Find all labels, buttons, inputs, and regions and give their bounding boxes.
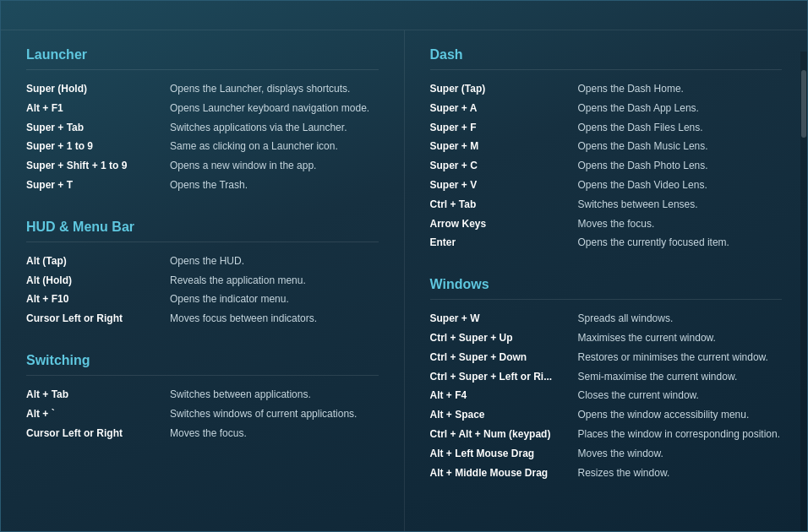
shortcut-description: Switches between Lenses. bbox=[578, 198, 783, 212]
shortcut-row: Ctrl + Alt + Num (keypad)Places the wind… bbox=[430, 427, 783, 442]
shortcut-row: Alt + F1Opens Launcher keyboard navigati… bbox=[26, 101, 379, 116]
shortcut-key: Alt + Middle Mouse Drag bbox=[430, 466, 578, 480]
shortcut-row: Cursor Left or RightMoves focus between … bbox=[26, 312, 379, 326]
shortcut-description: Resizes the window. bbox=[578, 466, 783, 480]
shortcut-row: Super (Hold)Opens the Launcher, displays… bbox=[26, 82, 379, 96]
right-column: DashSuper (Tap)Opens the Dash Home.Super… bbox=[405, 30, 808, 531]
section-title-windows: Windows bbox=[430, 277, 783, 300]
shortcut-description: Opens the Trash. bbox=[170, 178, 379, 193]
shortcut-row: Alt + F10Opens the indicator menu. bbox=[26, 292, 379, 307]
shortcut-key: Super (Tap) bbox=[430, 82, 578, 96]
shortcut-row: Super + FOpens the Dash Files Lens. bbox=[430, 121, 783, 135]
section-title-switching: Switching bbox=[26, 353, 379, 376]
shortcut-description: Moves the focus. bbox=[170, 426, 379, 441]
shortcut-description: Opens the window accessibility menu. bbox=[578, 408, 783, 422]
shortcut-key: Ctrl + Super + Up bbox=[430, 331, 578, 345]
shortcut-key: Alt + F4 bbox=[430, 388, 578, 403]
shortcut-row: Alt (Tap)Opens the HUD. bbox=[26, 254, 379, 269]
section-title-hud-menu-bar: HUD & Menu Bar bbox=[26, 220, 379, 242]
section-hud-menu-bar: HUD & Menu BarAlt (Tap)Opens the HUD.Alt… bbox=[26, 220, 379, 326]
shortcut-description: Semi-maximise the current window. bbox=[578, 370, 783, 384]
shortcut-key: Super + F bbox=[430, 121, 578, 135]
shortcut-description: Places the window in corresponding posit… bbox=[578, 427, 783, 442]
title-bar bbox=[1, 1, 807, 30]
section-windows: WindowsSuper + WSpreads all windows.Ctrl… bbox=[430, 277, 783, 480]
shortcut-description: Maximises the current window. bbox=[578, 331, 783, 345]
shortcut-row: Ctrl + Super + UpMaximises the current w… bbox=[430, 331, 783, 345]
shortcut-row: Super + MOpens the Dash Music Lens. bbox=[430, 139, 783, 154]
shortcut-key: Alt + F10 bbox=[26, 292, 170, 307]
shortcut-key: Super + M bbox=[430, 139, 578, 154]
content-area: LauncherSuper (Hold)Opens the Launcher, … bbox=[1, 30, 807, 531]
shortcut-description: Opens the Dash Files Lens. bbox=[578, 121, 783, 135]
section-dash: DashSuper (Tap)Opens the Dash Home.Super… bbox=[430, 47, 783, 250]
shortcut-row: EnterOpens the currently focused item. bbox=[430, 236, 783, 250]
shortcut-description: Moves the window. bbox=[578, 447, 783, 461]
shortcut-row: Super + 1 to 9Same as clicking on a Laun… bbox=[26, 139, 379, 154]
shortcut-row: Cursor Left or RightMoves the focus. bbox=[26, 426, 379, 441]
shortcut-row: Super + Shift + 1 to 9Opens a new window… bbox=[26, 159, 379, 173]
shortcut-row: Ctrl + Super + DownRestores or minimises… bbox=[430, 350, 783, 365]
shortcut-description: Opens the Dash Video Lens. bbox=[578, 178, 783, 193]
shortcut-key: Arrow Keys bbox=[430, 217, 578, 231]
shortcut-row: Ctrl + TabSwitches between Lenses. bbox=[430, 198, 783, 212]
shortcut-description: Moves the focus. bbox=[578, 217, 783, 231]
shortcut-key: Alt + Left Mouse Drag bbox=[430, 447, 578, 461]
shortcut-description: Opens the Dash Photo Lens. bbox=[578, 159, 783, 173]
shortcut-row: Alt + TabSwitches between applications. bbox=[26, 388, 379, 402]
shortcut-description: Opens the HUD. bbox=[170, 254, 379, 269]
shortcut-key: Alt (Tap) bbox=[26, 254, 170, 269]
shortcut-key: Alt + Tab bbox=[26, 388, 170, 402]
shortcut-key: Super + Shift + 1 to 9 bbox=[26, 159, 170, 173]
shortcut-key: Super + V bbox=[430, 178, 578, 193]
shortcut-row: Alt + Middle Mouse DragResizes the windo… bbox=[430, 466, 783, 480]
scrollbar-thumb[interactable] bbox=[801, 70, 806, 138]
shortcut-row: Super + WSpreads all windows. bbox=[430, 312, 783, 326]
shortcut-description: Moves focus between indicators. bbox=[170, 312, 379, 326]
shortcut-description: Switches between applications. bbox=[170, 388, 379, 402]
section-launcher: LauncherSuper (Hold)Opens the Launcher, … bbox=[26, 47, 379, 193]
shortcut-description: Spreads all windows. bbox=[578, 312, 783, 326]
shortcut-key: Super + T bbox=[26, 178, 170, 193]
section-switching: SwitchingAlt + TabSwitches between appli… bbox=[26, 353, 379, 440]
shortcut-description: Switches applications via the Launcher. bbox=[170, 121, 379, 135]
shortcut-key: Ctrl + Tab bbox=[430, 198, 578, 212]
shortcut-key: Cursor Left or Right bbox=[26, 312, 170, 326]
shortcut-description: Opens Launcher keyboard navigation mode. bbox=[170, 101, 379, 116]
shortcut-key: Super + 1 to 9 bbox=[26, 139, 170, 154]
shortcut-key: Ctrl + Alt + Num (keypad) bbox=[430, 427, 578, 442]
shortcut-key: Super + W bbox=[430, 312, 578, 326]
shortcut-row: Super (Tap)Opens the Dash Home. bbox=[430, 82, 783, 96]
shortcut-description: Opens the Dash Home. bbox=[578, 82, 783, 96]
left-column: LauncherSuper (Hold)Opens the Launcher, … bbox=[1, 30, 405, 531]
shortcut-description: Opens a new window in the app. bbox=[170, 159, 379, 173]
shortcut-row: Alt + SpaceOpens the window accessibilit… bbox=[430, 408, 783, 422]
shortcut-key: Ctrl + Super + Down bbox=[430, 350, 578, 365]
shortcut-key: Alt + ` bbox=[26, 407, 170, 421]
shortcut-key: Super + C bbox=[430, 159, 578, 173]
shortcut-description: Opens the Launcher, displays shortcuts. bbox=[170, 82, 379, 96]
shortcut-description: Same as clicking on a Launcher icon. bbox=[170, 139, 379, 154]
shortcut-row: Arrow KeysMoves the focus. bbox=[430, 217, 783, 231]
shortcut-description: Opens the Dash Music Lens. bbox=[578, 139, 783, 154]
shortcut-row: Ctrl + Super + Left or Ri...Semi-maximis… bbox=[430, 370, 783, 384]
shortcut-key: Ctrl + Super + Left or Ri... bbox=[430, 370, 578, 384]
shortcut-row: Super + VOpens the Dash Video Lens. bbox=[430, 178, 783, 193]
shortcut-row: Alt + `Switches windows of current appli… bbox=[26, 407, 379, 421]
shortcut-key: Cursor Left or Right bbox=[26, 426, 170, 441]
shortcut-row: Alt (Hold)Reveals the application menu. bbox=[26, 274, 379, 288]
shortcut-description: Opens the currently focused item. bbox=[578, 236, 783, 250]
shortcut-key: Alt + Space bbox=[430, 408, 578, 422]
shortcut-description: Opens the Dash App Lens. bbox=[578, 101, 783, 116]
section-title-launcher: Launcher bbox=[26, 47, 379, 70]
keyboard-shortcuts-window: LauncherSuper (Hold)Opens the Launcher, … bbox=[0, 0, 808, 532]
shortcut-key: Alt + F1 bbox=[26, 101, 170, 116]
shortcut-row: Alt + Left Mouse DragMoves the window. bbox=[430, 447, 783, 461]
shortcut-description: Closes the current window. bbox=[578, 388, 783, 403]
shortcut-key: Super (Hold) bbox=[26, 82, 170, 96]
scrollbar-track[interactable] bbox=[800, 52, 807, 531]
shortcut-description: Reveals the application menu. bbox=[170, 274, 379, 288]
shortcut-description: Opens the indicator menu. bbox=[170, 292, 379, 307]
shortcut-key: Super + A bbox=[430, 101, 578, 116]
shortcut-row: Super + TabSwitches applications via the… bbox=[26, 121, 379, 135]
